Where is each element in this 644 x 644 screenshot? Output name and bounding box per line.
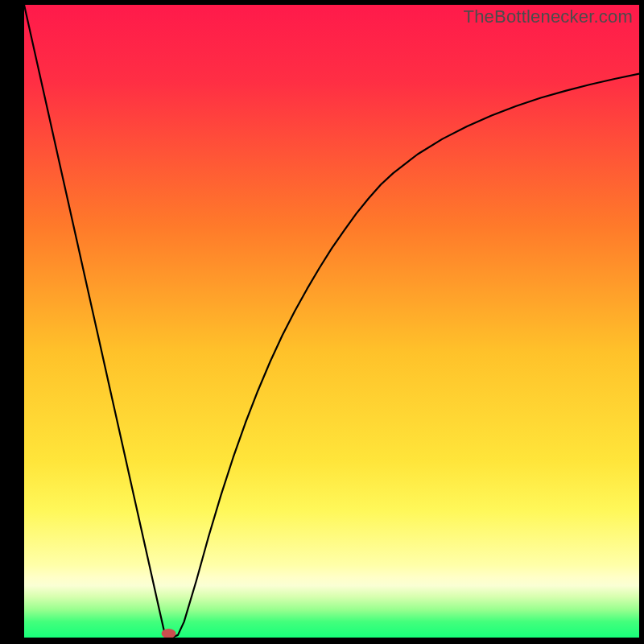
chart-frame: TheBottlenecker.com <box>24 5 639 638</box>
watermark-text: TheBottlenecker.com <box>464 6 633 27</box>
bottleneck-chart <box>24 5 639 638</box>
gradient-background <box>24 5 639 638</box>
